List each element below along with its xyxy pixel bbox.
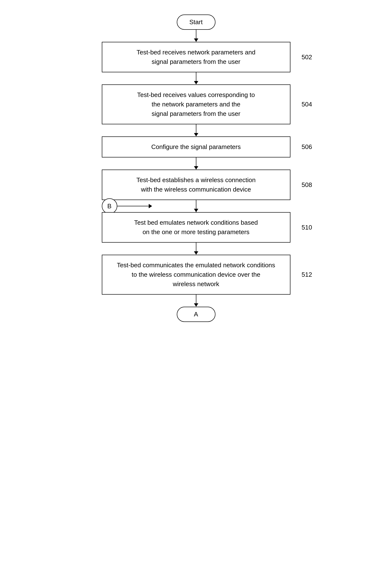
flowchart: Start Test-bed receives network paramete… xyxy=(87,14,305,322)
arrow-4 xyxy=(194,157,198,170)
connector-b-group: B xyxy=(102,198,152,214)
connector-b-row: B xyxy=(87,200,305,212)
step-508-label: 508 xyxy=(302,181,312,189)
step-504-label: 504 xyxy=(302,101,312,108)
b-horizontal-line xyxy=(117,206,149,206)
connector-b-circle: B xyxy=(102,198,117,214)
step-504-wrapper: Test-bed receives values corresponding t… xyxy=(87,85,305,124)
step-506-label: 506 xyxy=(302,143,312,151)
step-510-node: Test bed emulates network conditions bas… xyxy=(102,212,290,243)
step-512-node: Test-bed communicates the emulated netwo… xyxy=(102,255,290,295)
arrow-3 xyxy=(194,124,198,136)
arrow-1 xyxy=(194,30,198,42)
start-terminal: Start xyxy=(177,14,215,30)
arrow-head-5 xyxy=(194,209,198,212)
step-502-wrapper: Test-bed receives network parameters and… xyxy=(87,42,305,72)
step-508-wrapper: Test-bed establishes a wireless connecti… xyxy=(87,170,305,200)
step-512-label: 512 xyxy=(302,271,312,278)
step-512-wrapper: Test-bed communicates the emulated netwo… xyxy=(87,255,305,295)
start-node-wrapper: Start xyxy=(87,14,305,30)
end-node-wrapper: A xyxy=(87,307,305,322)
end-terminal: A xyxy=(177,307,215,322)
step-502-label: 502 xyxy=(302,54,312,61)
b-arrow-head xyxy=(149,204,152,208)
arrow-2 xyxy=(194,72,198,85)
step-506-node: Configure the signal parameters xyxy=(102,136,290,157)
step-510-wrapper: Test bed emulates network conditions bas… xyxy=(87,212,305,243)
step-510-label: 510 xyxy=(302,224,312,231)
step-508-node: Test-bed establishes a wireless connecti… xyxy=(102,170,290,200)
arrow-6 xyxy=(194,243,198,255)
step-504-node: Test-bed receives values corresponding t… xyxy=(102,85,290,124)
step-502-node: Test-bed receives network parameters and… xyxy=(102,42,290,72)
step-506-wrapper: Configure the signal parameters 506 xyxy=(87,136,305,157)
arrow-7 xyxy=(194,295,198,307)
